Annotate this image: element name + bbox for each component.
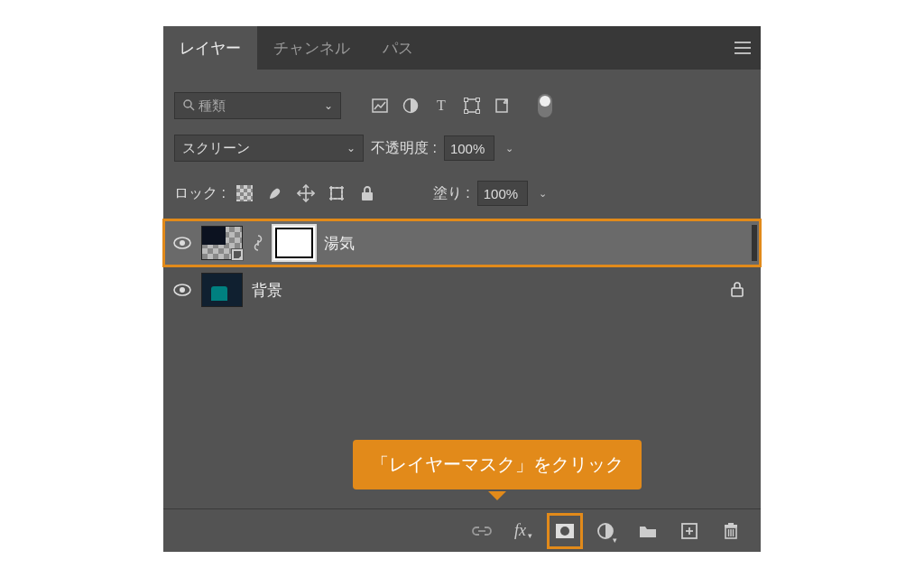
svg-text:T: T	[437, 98, 446, 113]
tooltip-text: 「レイヤーマスク」をクリック	[371, 454, 624, 474]
lock-paint-icon[interactable]	[263, 182, 287, 205]
lock-position-icon[interactable]	[294, 182, 318, 205]
svg-point-28	[180, 240, 185, 246]
layer-steam[interactable]: 湯気	[163, 219, 761, 266]
tab-channels[interactable]: チャンネル	[257, 26, 366, 70]
lock-artboard-icon[interactable]	[325, 182, 348, 205]
chevron-down-icon: ⌄	[324, 99, 333, 112]
filter-shape-icon[interactable]	[460, 94, 484, 117]
opacity-value: 100%	[450, 141, 485, 156]
tab-paths[interactable]: パス	[366, 26, 430, 70]
blend-mode-value: スクリーン	[182, 140, 250, 157]
panel-tabs: レイヤー チャンネル パス	[163, 26, 761, 70]
lock-transparency-icon[interactable]	[233, 182, 256, 205]
search-icon	[182, 98, 195, 114]
layer-name[interactable]: 湯気	[324, 233, 355, 254]
visibility-icon[interactable]	[172, 284, 192, 296]
panel-menu-icon[interactable]	[725, 42, 761, 54]
svg-point-35	[560, 527, 569, 536]
filter-type-select[interactable]: 種類 ⌄	[174, 92, 341, 119]
svg-line-4	[190, 107, 194, 110]
svg-rect-10	[476, 98, 480, 102]
layer-background[interactable]: 背景	[163, 266, 761, 313]
svg-rect-44	[725, 525, 737, 527]
svg-rect-26	[362, 192, 373, 200]
mask-link-icon[interactable]	[252, 234, 264, 252]
tab-layers[interactable]: レイヤー	[163, 26, 257, 70]
smart-object-badge-icon	[231, 248, 244, 261]
caret-down-icon: ▾	[613, 536, 617, 545]
layer-mask-thumbnail[interactable]	[273, 226, 315, 260]
chevron-down-icon: ⌄	[346, 142, 356, 154]
svg-rect-9	[465, 98, 468, 102]
filter-adjustment-icon[interactable]	[399, 94, 422, 117]
lock-all-icon[interactable]	[356, 182, 379, 205]
chevron-down-icon[interactable]: ⌄	[535, 188, 550, 200]
svg-point-3	[184, 100, 191, 107]
filter-type-text-icon[interactable]: T	[430, 94, 453, 117]
lock-row: ロック : 塗り : 100% ⌄	[163, 171, 761, 216]
visibility-icon[interactable]	[172, 237, 192, 249]
svg-rect-21	[331, 188, 342, 199]
filter-pixel-icon[interactable]	[368, 94, 392, 117]
lock-icon[interactable]	[730, 281, 752, 300]
lock-label: ロック :	[174, 184, 226, 203]
layers-list: 湯気 背景	[163, 216, 761, 313]
fill-value: 100%	[484, 186, 518, 201]
instruction-tooltip: 「レイヤーマスク」をクリック	[353, 440, 642, 489]
layer-effects-icon[interactable]: fx▾	[510, 517, 537, 545]
svg-rect-45	[728, 523, 734, 525]
blend-mode-select[interactable]: スクリーン ⌄	[174, 135, 364, 162]
layers-bottom-bar: fx▾ ▾	[163, 508, 761, 552]
svg-point-31	[180, 287, 185, 293]
opacity-label: 不透明度 :	[371, 139, 437, 158]
filter-smartobject-icon[interactable]	[491, 94, 514, 117]
layer-filter-row: 種類 ⌄ T	[163, 70, 761, 126]
layer-thumbnail[interactable]	[201, 226, 243, 260]
filter-type-label: 種類	[199, 98, 226, 115]
new-adjustment-layer-icon[interactable]: ▾	[593, 517, 620, 545]
svg-rect-14	[236, 185, 253, 201]
svg-rect-11	[465, 110, 468, 114]
blend-row: スクリーン ⌄ 不透明度 : 100% ⌄	[163, 126, 761, 171]
opacity-input[interactable]: 100%	[444, 135, 494, 161]
layer-thumbnail[interactable]	[201, 273, 243, 307]
delete-layer-icon[interactable]	[717, 517, 744, 545]
svg-rect-32	[732, 288, 743, 296]
layers-panel: レイヤー チャンネル パス 種類 ⌄ T	[163, 26, 761, 552]
svg-rect-12	[476, 110, 480, 114]
add-layer-mask-icon[interactable]	[551, 517, 578, 545]
fill-input[interactable]: 100%	[477, 181, 528, 206]
chevron-down-icon[interactable]: ⌄	[502, 143, 517, 154]
new-layer-icon[interactable]	[676, 517, 703, 545]
link-layers-icon[interactable]	[468, 517, 495, 545]
layer-name[interactable]: 背景	[252, 280, 282, 301]
fill-label: 塗り :	[433, 184, 470, 203]
filter-toggle[interactable]	[538, 94, 552, 117]
caret-down-icon: ▾	[528, 531, 532, 540]
new-group-icon[interactable]	[634, 517, 661, 545]
